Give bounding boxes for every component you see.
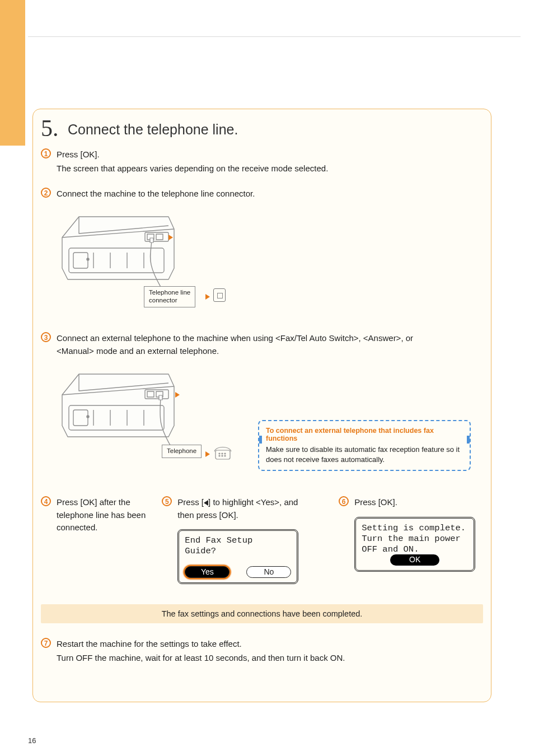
substep-2-text: Connect the machine to the telephone lin… <box>57 188 483 200</box>
svg-marker-25 <box>159 395 162 400</box>
substep-3: 3 Connect an external telephone to the m… <box>41 332 483 485</box>
bullet-7-icon: 7 <box>41 638 51 648</box>
substep-5: 5 Press [] to highlight <Yes>, and then … <box>162 496 312 584</box>
telephone-label: Telephone <box>162 445 202 458</box>
substep-6: 6 Press [OK]. Setting is complete. Turn … <box>339 496 483 572</box>
svg-point-29 <box>224 453 226 454</box>
bullet-5-icon: 5 <box>162 496 172 506</box>
diagram-line-connector: Telephone line connector <box>57 204 236 322</box>
side-tab <box>0 0 25 146</box>
svg-point-30 <box>219 455 220 456</box>
lcd2-line1: Setting is complete. <box>362 523 468 534</box>
substep-5-text: Press [] to highlight <Yes>, and then pr… <box>177 496 312 521</box>
substep-row: 4 Press [OK] after the telephone line ha… <box>41 496 483 591</box>
callout-body: Make sure to disable its automatic fax r… <box>266 445 463 464</box>
lcd2-line3: OFF and ON. <box>362 544 468 555</box>
substep-7-text: Restart the machine for the settings to … <box>57 638 483 651</box>
substep-5-text-before: Press [ <box>177 497 204 507</box>
lcd-yes-button[interactable]: Yes <box>185 566 229 578</box>
substep-1-note: The screen that appears varies depending… <box>57 164 483 173</box>
callout-title: To connect an external telephone that in… <box>266 427 463 442</box>
bullet-2-icon: 2 <box>41 188 51 198</box>
lcd2-line2: Turn the main power <box>362 534 468 544</box>
lcd-ok-button[interactable]: OK <box>390 554 439 566</box>
step-number: 5. <box>41 115 59 142</box>
bullet-4-icon: 4 <box>41 496 51 506</box>
svg-point-24 <box>87 416 89 418</box>
bullet-1-icon: 1 <box>41 148 51 158</box>
callout-tick-right-icon <box>467 436 470 444</box>
callout-box: To connect an external telephone that in… <box>258 420 471 471</box>
arrow-to-jack-icon <box>205 294 210 300</box>
completion-banner: The fax settings and connections have be… <box>41 604 483 623</box>
substep-6-text: Press [OK]. <box>354 496 483 509</box>
svg-point-28 <box>222 453 223 454</box>
printer-illustration-2 <box>57 364 180 454</box>
svg-rect-26 <box>216 450 230 459</box>
step-title: Connect the telephone line. <box>68 122 238 138</box>
svg-point-11 <box>87 258 89 260</box>
substep-4-text: Press [OK] after the telephone line has … <box>57 496 152 534</box>
arrow-to-port-2-icon <box>175 392 180 398</box>
svg-point-32 <box>224 455 226 456</box>
page-number: 16 <box>28 736 36 745</box>
substep-1-text: Press [OK]. <box>57 148 483 161</box>
lcd-no-button[interactable]: No <box>246 566 291 578</box>
step-panel: 5. Connect the telephone line. 1 Press [… <box>32 109 491 702</box>
left-arrow-key-icon <box>204 500 208 506</box>
substep-1: 1 Press [OK]. The screen that appears va… <box>41 148 483 173</box>
lcd1-line2: Guide? <box>185 546 291 557</box>
connector-label: Telephone line connector <box>144 286 195 307</box>
svg-marker-12 <box>150 238 153 242</box>
substep-4: 4 Press [OK] after the telephone line ha… <box>41 496 152 534</box>
substep-7-note: Turn OFF the machine, wait for at least … <box>57 653 483 662</box>
substep-7: 7 Restart the machine for the settings t… <box>41 638 483 662</box>
lcd1-line1: End Fax Setup <box>185 535 291 546</box>
page-frame: 5. Connect the telephone line. 1 Press [… <box>28 36 521 728</box>
callout-tick-left-icon <box>259 436 262 444</box>
printer-illustration <box>57 207 180 296</box>
substep-3-text: Connect an external telephone to the mac… <box>57 332 437 357</box>
lcd-end-fax-setup: End Fax Setup Guide? Yes No <box>177 529 298 584</box>
bullet-3-icon: 3 <box>41 332 51 342</box>
wall-jack-icon <box>213 288 226 302</box>
substep-2: 2 Connect the machine to the telephone l… <box>41 188 483 323</box>
telephone-icon <box>213 445 233 463</box>
lcd-setting-complete: Setting is complete. Turn the main power… <box>354 517 475 572</box>
svg-point-27 <box>219 453 220 454</box>
svg-point-31 <box>222 455 223 456</box>
diagram-external-phone: Telephone To connect an external telepho… <box>57 362 236 485</box>
bullet-6-icon: 6 <box>339 496 349 506</box>
arrow-to-port-icon <box>168 235 173 240</box>
arrow-to-phone-icon <box>205 451 210 457</box>
